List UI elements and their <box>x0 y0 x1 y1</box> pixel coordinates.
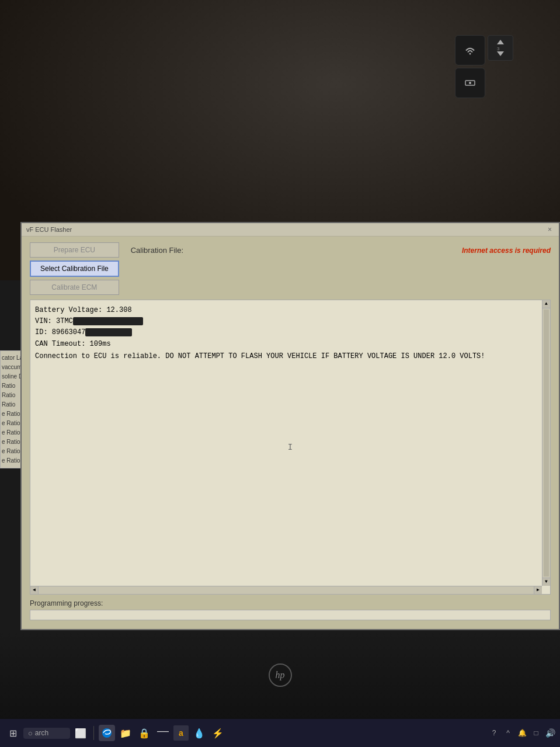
search-bar[interactable]: ○ arch <box>23 728 70 739</box>
taskbar-a-icon[interactable]: a <box>173 725 189 741</box>
car-button-arrows: 3 <box>488 35 513 61</box>
taskbar-help-icon[interactable]: ? <box>489 728 499 738</box>
scrollbar-track-h <box>39 586 534 594</box>
car-controls-cluster: 3 <box>455 35 513 98</box>
scrollbar-vertical[interactable]: ▲ ▼ <box>542 300 550 586</box>
taskbar-right: ? ^ 🔔 □ 🔊 <box>489 728 555 738</box>
start-button[interactable]: ⊞ <box>5 725 21 741</box>
keyboard-area: hp <box>0 631 560 719</box>
app-content: Prepare ECU Select Calibration File Cali… <box>22 237 559 626</box>
scrollbar-thumb <box>544 310 549 576</box>
select-calibration-button[interactable]: Select Calibration File <box>30 260 119 277</box>
taskbar-caret-icon[interactable]: ^ <box>503 728 513 738</box>
button-column: Prepare ECU Select Calibration File Cali… <box>30 242 119 295</box>
car-button-media <box>455 68 485 98</box>
svg-text:3: 3 <box>497 46 500 51</box>
progress-bar <box>30 610 551 620</box>
taskbar-volume-up-icon[interactable]: 🔊 <box>545 728 555 738</box>
svg-point-2 <box>469 82 471 84</box>
app-title: vF ECU Flasher <box>26 226 72 233</box>
taskbar-separator-1 <box>93 726 94 740</box>
taskbar-lock-icon[interactable]: 🔒 <box>136 725 152 741</box>
progress-label: Programming progress: <box>30 599 551 607</box>
svg-point-0 <box>469 53 471 55</box>
redacted-id <box>85 328 132 336</box>
calibration-label: Calibration File: <box>131 246 183 255</box>
internet-warning: Internet access is required <box>462 246 551 255</box>
taskbar-power-icon[interactable]: ⚡ <box>210 725 226 741</box>
laptop-screen: vF ECU Flasher × Prepare ECU Select Cali… <box>20 222 560 630</box>
info-line-3: ID: 89663047 <box>35 327 545 338</box>
calibration-area: Calibration File: Internet access is req… <box>131 242 551 255</box>
taskbar-bell-icon[interactable]: 🔔 <box>517 728 527 738</box>
scrollbar-up-arrow[interactable]: ▲ <box>542 300 550 308</box>
calibrate-ecm-button[interactable]: Calibrate ECM <box>30 280 119 295</box>
info-line-1: Battery Voltage: 12.308 <box>35 305 545 316</box>
car-button-wifi <box>455 35 485 65</box>
scrollbar-left-arrow[interactable]: ◀ <box>30 586 39 594</box>
taskbar: ⊞ ○ arch ⬜ 📁 🔒 — a 💧 ⚡ ? ^ 🔔 □ 🔊 <box>0 719 560 747</box>
task-view-button[interactable]: ⬜ <box>72 725 89 741</box>
svg-marker-3 <box>497 40 504 44</box>
top-row: Prepare ECU Select Calibration File Cali… <box>30 242 551 295</box>
app-titlebar: vF ECU Flasher × <box>22 223 559 237</box>
text-cursor: I <box>288 440 293 453</box>
scrollbar-right-arrow[interactable]: ▶ <box>534 586 542 594</box>
close-button[interactable]: × <box>545 225 554 234</box>
scrollbar-horizontal[interactable]: ◀ ▶ <box>30 586 542 594</box>
info-line-5: Connection to ECU is reliable. DO NOT AT… <box>35 351 545 362</box>
info-line-2: VIN: 3TMC <box>35 316 545 327</box>
scrollbar-down-arrow[interactable]: ▼ <box>542 578 550 586</box>
taskbar-dropbox-icon[interactable]: 💧 <box>191 725 207 741</box>
taskbar-monitor-icon[interactable]: □ <box>531 728 541 738</box>
hp-logo: hp <box>269 663 292 687</box>
taskbar-edge-icon[interactable] <box>99 725 115 741</box>
search-text[interactable]: arch <box>35 729 48 737</box>
taskbar-dash-icon[interactable]: — <box>155 725 171 741</box>
search-icon: ○ <box>28 729 33 738</box>
svg-marker-4 <box>497 51 504 56</box>
redacted-vin <box>73 317 143 325</box>
taskbar-folder-icon[interactable]: 📁 <box>117 725 134 741</box>
progress-area: Programming progress: <box>30 599 551 620</box>
info-text-area: Battery Voltage: 12.308 VIN: 3TMC ID: 89… <box>30 300 551 595</box>
car-controls-right: 3 <box>488 35 513 98</box>
prepare-ecu-button[interactable]: Prepare ECU <box>30 242 119 258</box>
info-line-4: CAN Timeout: 109ms <box>35 339 545 350</box>
